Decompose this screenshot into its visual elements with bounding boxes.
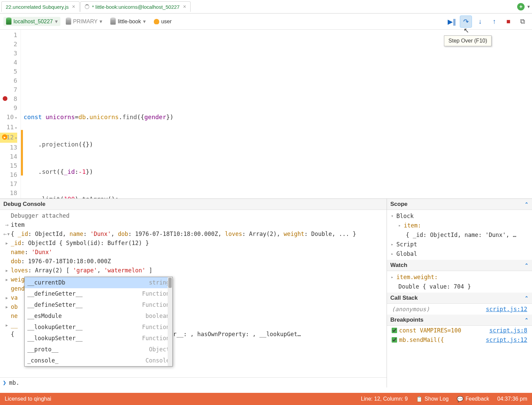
feedback-button[interactable]: 💬 Feedback [457,396,489,402]
chevron-down-icon: ▾ [143,18,146,25]
resume-button[interactable]: ▶‖ [446,16,458,28]
tab-file-2[interactable]: * little-book:unicorns@localhost_50227 × [80,1,191,12]
add-button[interactable]: + [517,3,525,10]
autocomplete-item[interactable]: __currentDbstring [25,277,172,288]
connection-toolbar: localhost_50227 ▾ PRIMARY ▾ little-book … [0,14,532,30]
collapse-icon[interactable]: ⌃ [525,201,529,207]
debug-console-body[interactable]: Debugger attached →item ←▾{ _id: ObjectI… [0,210,387,377]
console-input[interactable]: mb. [9,379,20,386]
callstack-row[interactable]: (anonymous) script.js:12 [387,304,532,315]
tab-label: * little-book:unicorns@localhost_50227 [92,4,180,10]
breakpoints-header[interactable]: Breakpoints⌃ [387,315,532,326]
chevron-down-icon: ▾ [100,18,102,25]
collapse-icon[interactable]: ⌃ [525,317,529,323]
autocomplete-item[interactable]: __lookupGetter__Function [25,322,172,333]
database-selector[interactable]: little-book ▾ [108,17,148,26]
code-area[interactable]: const unicorns=db.unicorns.find({gender}… [21,30,532,198]
callstack-header[interactable]: Call Stack⌃ [387,293,532,304]
console-input-row[interactable]: ❯ mb. [0,377,387,387]
step-into-button[interactable]: ↓ [474,16,486,28]
status-bar: Licensed to qinghai Line: 12, Column: 9 … [0,393,532,405]
stop-button[interactable]: ■ [502,16,514,28]
database-name: little-book [118,19,141,25]
breakpoint-row[interactable]: mb.sendMail({ script.js:12 [387,335,532,345]
breakpoint-checkbox[interactable] [392,328,397,333]
toggle-panel-button[interactable]: ⧉ [516,16,529,28]
tab-label: 22.uncorrelated Subquery.js [6,4,69,10]
user-indicator: user [151,17,174,26]
autocomplete-item[interactable]: __defineSetter__Function [25,299,172,310]
breakpoint-hit-icon[interactable]: ▶ [2,134,7,140]
database-icon [66,19,71,25]
autocomplete-popup[interactable]: __currentDbstring __defineGetter__Functi… [24,277,173,367]
cursor-position: Line: 12, Column: 9 [361,396,408,402]
license-text: Licensed to qinghai [5,396,51,402]
code-editor[interactable]: 1234567 8 9 10▾ 11▾ ▶12▾ 13141516171819 … [0,30,532,198]
role-label: PRIMARY [73,19,98,25]
close-icon[interactable]: × [72,4,75,10]
cursor-icon: ↖ [464,26,469,34]
breakpoint-checkbox[interactable] [392,337,397,343]
autocomplete-item[interactable]: __lookupSetter__Function [25,333,172,344]
breakpoint-row[interactable]: const VAMPIRES=100 script.js:8 [387,326,532,335]
scrollbar[interactable] [168,277,172,366]
database-icon [110,19,116,25]
prompt-icon: ❯ [3,379,6,386]
show-log-button[interactable]: 📋 Show Log [416,396,449,402]
tabs-bar: 22.uncorrelated Subquery.js × * little-b… [0,0,532,14]
line-gutter[interactable]: 1234567 8 9 10▾ 11▾ ▶12▾ 13141516171819 [0,30,21,198]
watch-header[interactable]: Watch⌃ [387,260,532,271]
connection-name: localhost_50227 [13,19,53,25]
spinner-icon [85,4,89,9]
debug-console-header: Debug Console [0,199,387,210]
collapse-icon[interactable]: ⌃ [525,295,529,301]
tab-file-1[interactable]: 22.uncorrelated Subquery.js × [1,1,80,12]
tooltip: Step Over (F10) [444,35,492,46]
autocomplete-item[interactable]: __esModuleboolean [25,310,172,322]
connection-selector[interactable]: localhost_50227 ▾ [3,17,60,26]
breakpoint-icon[interactable] [3,96,7,101]
autocomplete-item[interactable]: __defineGetter__Function [25,288,172,299]
step-over-button[interactable]: ↷ [460,16,472,28]
autocomplete-item[interactable]: __proto__Object [25,344,172,355]
collapse-icon[interactable]: ⌃ [525,263,529,268]
chevron-down-icon[interactable]: ▼ [527,4,531,9]
clock: 04:37:36 pm [497,396,527,402]
user-name: user [161,19,172,25]
chevron-down-icon: ▾ [55,18,58,25]
autocomplete-item[interactable]: _console_Console [25,355,172,366]
user-icon [154,19,159,24]
close-icon[interactable]: × [183,4,186,10]
scope-header[interactable]: Scope⌃ [387,199,532,210]
database-icon [6,19,11,25]
step-out-button[interactable]: ↑ [488,16,500,28]
role-selector[interactable]: PRIMARY ▾ [63,17,105,26]
